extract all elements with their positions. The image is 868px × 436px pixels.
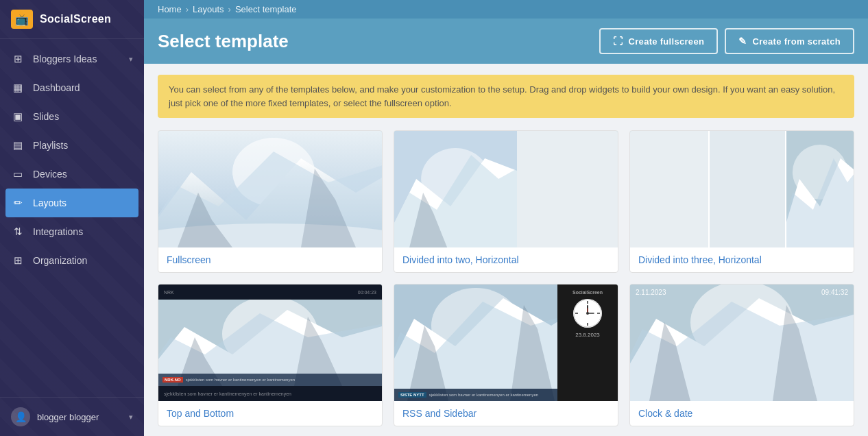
sidebar-item-organization[interactable]: ⊞ Organization xyxy=(0,246,144,275)
three-h-center xyxy=(708,131,786,247)
template-label-clock-date: Clock & date xyxy=(630,401,854,426)
sidebar-item-bloggers-ideas[interactable]: ⊞ Bloggers Ideas ▾ xyxy=(0,45,144,73)
avatar: 👤 xyxy=(11,407,30,426)
mountain-svg-2 xyxy=(394,131,517,247)
top-bar-preview: NRK 00:04:23 xyxy=(158,284,382,300)
user-menu[interactable]: 👤 blogger blogger ▾ xyxy=(0,397,144,436)
template-label-fullscreen: Fullscreen xyxy=(158,247,382,272)
template-preview-top-bottom: NRK 00:04:23 xyxy=(158,284,382,401)
chevron-down-icon: ▾ xyxy=(129,55,133,64)
sidebar-item-label: Layouts xyxy=(33,197,67,208)
sidebar: 📺 SocialScreen ⊞ Bloggers Ideas ▾ ▦ Dash… xyxy=(0,0,144,436)
template-preview-clock-date: 2.11.2023 09:41:32 xyxy=(630,284,854,401)
playlists-icon: ▤ xyxy=(11,138,25,152)
sidebar-item-label: Dashboard xyxy=(33,82,80,93)
template-three-horizontal[interactable]: Divided into three, Horizontal xyxy=(629,130,854,273)
info-banner: You can select from any of the templates… xyxy=(158,75,854,118)
sidebar-date: 23.8.2023 xyxy=(575,332,600,338)
top-bar: Home › Layouts › Select template xyxy=(144,0,868,19)
fullscreen-icon: ⛶ xyxy=(613,36,623,47)
layouts-icon: ✏ xyxy=(11,196,25,210)
logo[interactable]: 📺 SocialScreen xyxy=(0,0,144,39)
sidebar-item-label: Integrations xyxy=(33,226,83,237)
sidebar-item-label: Bloggers Ideas xyxy=(33,53,97,64)
breadcrumb-separator-2: › xyxy=(228,4,231,14)
breadcrumb-current: Select template xyxy=(235,4,297,14)
page-title: Select template xyxy=(158,31,289,52)
templates-grid: Fullscreen Divided xyxy=(158,130,854,426)
sidebar-item-devices[interactable]: ▭ Devices xyxy=(0,160,144,189)
logo-text: SocialScreen xyxy=(40,13,111,25)
template-label-rss-sidebar: RSS and Sidebar xyxy=(394,401,618,426)
top-bottom-main: NRK.NO sjekklisten som havner er kantine… xyxy=(158,300,382,386)
date-overlay: 2.11.2023 xyxy=(636,289,666,296)
time-overlay: 09:41:32 xyxy=(821,289,848,296)
template-preview-two-horizontal xyxy=(394,131,618,247)
mountain-svg-5 xyxy=(394,284,557,401)
devices-icon: ▭ xyxy=(11,167,25,181)
two-h-left xyxy=(394,131,517,247)
sidebar-item-label: Devices xyxy=(33,169,67,180)
dashboard-icon: ▦ xyxy=(11,81,25,95)
template-preview-three-horizontal xyxy=(630,131,854,247)
two-h-right xyxy=(517,131,618,247)
svg-point-36 xyxy=(586,312,589,315)
sidebar-item-label: Slides xyxy=(33,111,59,122)
ticker-area: NRK.NO sjekklisten som havner er kantine… xyxy=(158,374,382,386)
edit-icon: ✎ xyxy=(738,36,747,47)
rss-sidebar-pane: SocialScreen xyxy=(557,284,618,401)
breadcrumb-layouts[interactable]: Layouts xyxy=(193,4,224,14)
create-fullscreen-button[interactable]: ⛶ Create fullscreen xyxy=(599,28,718,54)
sidebar-item-label: Playlists xyxy=(33,140,68,151)
mountain-svg-3 xyxy=(786,131,854,247)
breadcrumb-separator: › xyxy=(186,4,189,14)
sidebar-item-label: Organization xyxy=(33,255,87,266)
template-top-bottom[interactable]: NRK 00:04:23 xyxy=(158,284,383,426)
sidebar-item-slides[interactable]: ▣ Slides xyxy=(0,102,144,131)
three-h-left xyxy=(630,131,708,247)
page-header: Select template ⛶ Create fullscreen ✎ Cr… xyxy=(144,19,868,64)
template-label-two-horizontal: Divided into two, Horizontal xyxy=(394,247,618,272)
template-two-horizontal[interactable]: Divided into two, Horizontal xyxy=(394,130,618,273)
clock-face xyxy=(573,299,602,328)
rss-ticker: SISTE NYTT sjekklisten som havner er kan… xyxy=(394,389,557,401)
rss-main-pane: SISTE NYTT sjekklisten som havner er kan… xyxy=(394,284,557,401)
three-h-right xyxy=(786,131,854,247)
slides-icon: ▣ xyxy=(11,110,25,123)
mountain-svg xyxy=(158,131,382,247)
template-rss-sidebar[interactable]: SISTE NYTT sjekklisten som havner er kan… xyxy=(394,284,618,426)
breadcrumb-home[interactable]: Home xyxy=(158,4,182,14)
template-label-three-horizontal: Divided into three, Horizontal xyxy=(630,247,854,272)
chevron-right-icon: ▾ xyxy=(129,413,133,422)
logo-icon: 📺 xyxy=(11,10,33,29)
sidebar-item-layouts[interactable]: ✏ Layouts xyxy=(5,189,138,217)
main-content: Home › Layouts › Select template Select … xyxy=(144,0,868,436)
template-preview-fullscreen xyxy=(158,131,382,247)
header-buttons: ⛶ Create fullscreen ✎ Create from scratc… xyxy=(599,28,854,54)
template-preview-rss-sidebar: SISTE NYTT sjekklisten som havner er kan… xyxy=(394,284,618,401)
template-fullscreen[interactable]: Fullscreen xyxy=(158,130,383,273)
user-name: blogger blogger xyxy=(37,412,122,422)
bottom-bar-preview: sjekklisten som havner er kantinemenyen … xyxy=(158,386,382,401)
content-area: You can select from any of the templates… xyxy=(144,64,868,436)
sidebar-nav: ⊞ Bloggers Ideas ▾ ▦ Dashboard ▣ Slides … xyxy=(0,39,144,397)
sidebar-item-integrations[interactable]: ⇅ Integrations xyxy=(0,217,144,246)
template-label-top-bottom: Top and Bottom xyxy=(158,401,382,426)
integrations-icon: ⇅ xyxy=(11,225,25,239)
template-clock-date[interactable]: 2.11.2023 09:41:32 Clock & date xyxy=(629,284,854,426)
sidebar-item-playlists[interactable]: ▤ Playlists xyxy=(0,131,144,160)
organization-icon: ⊞ xyxy=(11,254,25,267)
mountain-svg-6 xyxy=(630,284,854,401)
create-scratch-button[interactable]: ✎ Create from scratch xyxy=(725,28,854,54)
sidebar-item-dashboard[interactable]: ▦ Dashboard xyxy=(0,73,144,102)
bloggers-ideas-icon: ⊞ xyxy=(11,52,25,66)
